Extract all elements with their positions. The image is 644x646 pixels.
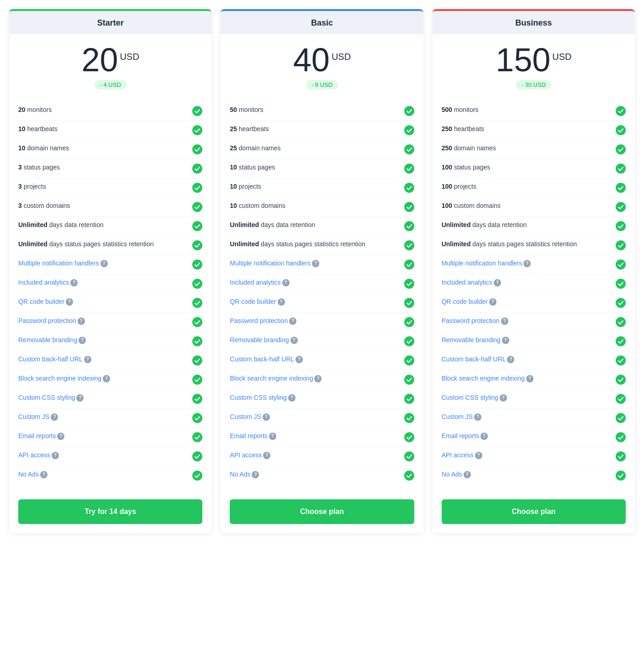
help-icon[interactable]: ? xyxy=(252,471,259,478)
svg-point-44 xyxy=(616,183,626,193)
svg-point-24 xyxy=(404,183,414,193)
svg-point-36 xyxy=(404,413,414,423)
check-icon xyxy=(616,375,626,385)
help-icon[interactable]: ? xyxy=(474,413,481,421)
help-icon[interactable]: ? xyxy=(40,471,48,478)
feature-item: Custom JS? xyxy=(18,408,202,428)
check-icon xyxy=(616,317,626,327)
help-icon[interactable]: ? xyxy=(480,433,488,440)
help-icon[interactable]: ? xyxy=(494,279,501,286)
svg-point-19 xyxy=(192,471,202,481)
help-icon[interactable]: ? xyxy=(100,260,108,267)
feature-item: Unlimited days data retention xyxy=(18,217,202,236)
feature-text: Block search engine indexing? xyxy=(18,374,189,383)
price-discount-business: - 30 USD xyxy=(442,76,626,90)
plan-card-basic: Basic40USD- 8 USD50 monitors25 heartbeat… xyxy=(221,9,423,533)
svg-point-27 xyxy=(404,240,414,250)
help-icon[interactable]: ? xyxy=(296,356,303,363)
feature-text: API access? xyxy=(230,451,400,460)
help-icon[interactable]: ? xyxy=(526,375,533,382)
help-icon[interactable]: ? xyxy=(312,260,319,267)
svg-point-0 xyxy=(192,106,202,116)
svg-point-56 xyxy=(616,413,626,423)
help-icon[interactable]: ? xyxy=(269,433,276,440)
help-icon[interactable]: ? xyxy=(489,298,496,306)
feature-item: No Ads? xyxy=(442,466,626,485)
help-icon[interactable]: ? xyxy=(263,413,270,421)
help-icon[interactable]: ? xyxy=(282,279,290,286)
svg-point-3 xyxy=(192,164,202,174)
help-icon[interactable]: ? xyxy=(290,337,298,344)
check-icon xyxy=(616,221,626,231)
feature-text: 25 domain names xyxy=(230,144,400,153)
svg-point-50 xyxy=(616,298,626,308)
help-icon[interactable]: ? xyxy=(500,394,507,402)
svg-point-54 xyxy=(616,375,626,385)
help-icon[interactable]: ? xyxy=(464,471,471,478)
feature-text: API access? xyxy=(442,451,612,460)
feature-item: Unlimited days status pages statistics r… xyxy=(442,236,626,255)
help-icon[interactable]: ? xyxy=(52,452,59,459)
price-currency-business: USD xyxy=(550,52,571,62)
feature-item: Unlimited days data retention xyxy=(230,217,414,236)
check-icon xyxy=(404,394,414,404)
feature-text: 20 monitors xyxy=(18,106,189,115)
check-icon xyxy=(404,375,414,385)
cta-button-business[interactable]: Choose plan xyxy=(442,499,626,524)
help-icon[interactable]: ? xyxy=(501,318,508,325)
help-icon[interactable]: ? xyxy=(475,452,482,459)
svg-point-40 xyxy=(616,106,626,116)
help-icon[interactable]: ? xyxy=(523,260,531,267)
svg-point-13 xyxy=(192,355,202,365)
feature-item: Email reports? xyxy=(230,428,414,447)
feature-text: 500 monitors xyxy=(442,106,612,115)
help-icon[interactable]: ? xyxy=(263,452,270,459)
help-icon[interactable]: ? xyxy=(57,433,64,440)
feature-item: No Ads? xyxy=(18,466,202,485)
help-icon[interactable]: ? xyxy=(289,318,296,325)
feature-text: QR code builder? xyxy=(230,297,400,307)
feature-item: 100 status pages xyxy=(442,159,626,178)
help-icon[interactable]: ? xyxy=(502,337,509,344)
help-icon[interactable]: ? xyxy=(51,413,58,421)
cta-button-starter[interactable]: Try for 14 days xyxy=(18,499,202,524)
help-icon[interactable]: ? xyxy=(103,375,110,382)
help-icon[interactable]: ? xyxy=(84,356,91,363)
check-icon xyxy=(192,317,202,327)
help-icon[interactable]: ? xyxy=(78,318,85,325)
cta-button-basic[interactable]: Choose plan xyxy=(230,499,414,524)
feature-text: Unlimited days data retention xyxy=(230,221,400,230)
help-icon[interactable]: ? xyxy=(288,394,296,402)
svg-point-42 xyxy=(616,144,626,154)
feature-item: 250 heartbeats xyxy=(442,121,626,140)
feature-text: 100 custom domains xyxy=(442,201,612,211)
feature-text: 10 custom domains xyxy=(230,201,400,211)
help-icon[interactable]: ? xyxy=(66,298,73,306)
feature-text: 100 projects xyxy=(442,182,612,191)
feature-item: Unlimited days data retention xyxy=(442,217,626,236)
check-icon xyxy=(404,144,414,154)
feature-item: 25 heartbeats xyxy=(230,121,414,140)
price-amount-basic: 40USD xyxy=(230,43,414,76)
check-icon xyxy=(616,432,626,442)
feature-item: 10 projects xyxy=(230,178,414,197)
svg-point-14 xyxy=(192,375,202,385)
check-icon xyxy=(192,164,202,174)
help-icon[interactable]: ? xyxy=(507,356,514,363)
help-icon[interactable]: ? xyxy=(70,279,78,286)
feature-item: Custom JS? xyxy=(230,408,414,428)
check-icon xyxy=(192,259,202,270)
features-list-starter: 20 monitors10 heartbeats10 domain names3… xyxy=(9,94,211,492)
feature-item: Removable branding? xyxy=(442,332,626,351)
help-icon[interactable]: ? xyxy=(76,394,84,402)
help-icon[interactable]: ? xyxy=(278,298,285,306)
svg-point-15 xyxy=(192,394,202,404)
feature-item: Included analytics? xyxy=(18,274,202,293)
feature-item: Block search engine indexing? xyxy=(442,370,626,389)
feature-text: Password protection? xyxy=(230,317,400,326)
help-icon[interactable]: ? xyxy=(79,337,86,344)
svg-point-59 xyxy=(616,471,626,481)
feature-text: Unlimited days status pages statistics r… xyxy=(230,240,400,249)
svg-point-37 xyxy=(404,432,414,442)
help-icon[interactable]: ? xyxy=(314,375,322,382)
